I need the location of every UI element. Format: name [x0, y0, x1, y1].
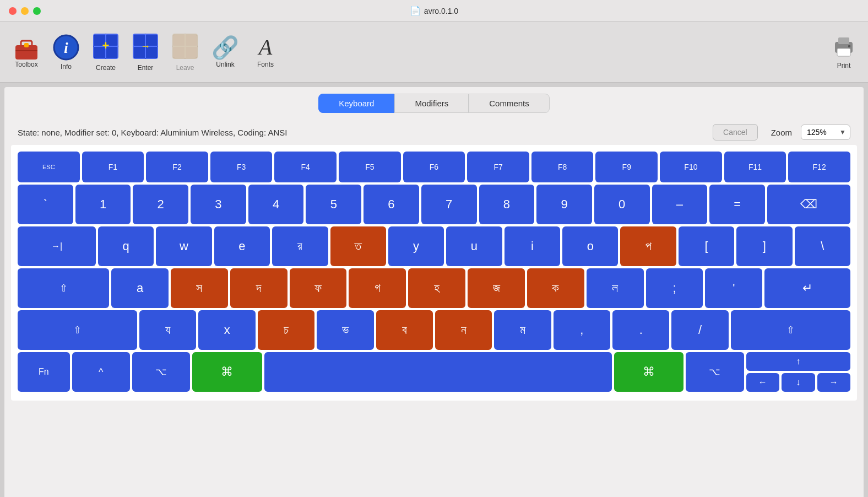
key-1[interactable]: 1: [75, 185, 131, 224]
key-f9[interactable]: F9: [595, 152, 658, 182]
key-arrow-right[interactable]: →: [817, 373, 850, 392]
key-o[interactable]: o: [562, 226, 618, 266]
key-j[interactable]: জ: [468, 268, 525, 308]
key-bracket-right[interactable]: ]: [736, 226, 792, 266]
key-arrow-up[interactable]: ↑: [746, 352, 850, 371]
fn-key-row: ESC F1 F2 F3 F4 F5 F6 F7 F8 F9 F10 F11 F…: [18, 152, 850, 182]
key-r[interactable]: র: [272, 226, 328, 266]
key-f11[interactable]: F11: [724, 152, 786, 182]
key-period[interactable]: .: [612, 310, 669, 350]
key-backtick[interactable]: `: [18, 185, 73, 224]
key-f6[interactable]: F6: [403, 152, 465, 182]
key-arrow-down[interactable]: ↓: [782, 373, 815, 392]
key-s[interactable]: স: [171, 268, 228, 308]
key-f10[interactable]: F10: [660, 152, 722, 182]
key-f3[interactable]: F3: [210, 152, 273, 182]
zoom-select[interactable]: 75% 100% 125% 150% 200%: [801, 125, 850, 140]
tab-modifiers[interactable]: Modifiers: [394, 94, 469, 113]
main-content: Keyboard Modifiers Comments State: none,…: [4, 87, 864, 497]
key-7[interactable]: 7: [421, 185, 477, 224]
key-caps[interactable]: ⇧: [18, 268, 109, 308]
maximize-button[interactable]: [33, 7, 41, 15]
key-f1[interactable]: F1: [82, 152, 144, 182]
key-l[interactable]: ল: [587, 268, 644, 308]
key-f12[interactable]: F12: [788, 152, 850, 182]
key-2[interactable]: 2: [133, 185, 188, 224]
enter-button[interactable]: → Enter: [128, 31, 163, 74]
unlink-button[interactable]: 🔗 Unlink: [207, 34, 243, 71]
key-option-left[interactable]: ⌥: [132, 352, 190, 392]
key-3[interactable]: 3: [191, 185, 246, 224]
key-backslash[interactable]: \: [795, 226, 850, 266]
key-5[interactable]: 5: [306, 185, 361, 224]
info-button[interactable]: i Info: [48, 32, 84, 73]
svg-text:i: i: [64, 39, 68, 56]
key-equals[interactable]: =: [709, 185, 765, 224]
key-g[interactable]: গ: [349, 268, 406, 308]
fonts-button[interactable]: A Fonts: [248, 34, 283, 71]
key-shift-right[interactable]: ⇧: [731, 310, 850, 350]
key-shift-left[interactable]: ⇧: [18, 310, 137, 350]
key-m[interactable]: ম: [494, 310, 551, 350]
key-semicolon[interactable]: ;: [646, 268, 703, 308]
key-h[interactable]: হ: [408, 268, 465, 308]
key-arrow-left[interactable]: ←: [746, 373, 779, 392]
key-f[interactable]: ফ: [290, 268, 347, 308]
key-z[interactable]: য: [139, 310, 196, 350]
key-f5[interactable]: F5: [339, 152, 401, 182]
key-space[interactable]: [264, 352, 612, 392]
key-cmd-right[interactable]: ⌘: [614, 352, 683, 392]
key-backspace[interactable]: ⌫: [767, 185, 850, 224]
key-u[interactable]: u: [446, 226, 502, 266]
key-enter[interactable]: ↵: [764, 268, 850, 308]
tab-comments[interactable]: Comments: [469, 94, 550, 113]
key-ctrl[interactable]: ^: [72, 352, 130, 392]
key-i[interactable]: i: [504, 226, 560, 266]
key-a[interactable]: a: [111, 268, 169, 308]
key-c[interactable]: চ: [258, 310, 314, 350]
key-cmd-left[interactable]: ⌘: [192, 352, 262, 392]
key-option-right[interactable]: ⌥: [686, 352, 744, 392]
key-minus[interactable]: –: [652, 185, 708, 224]
key-9[interactable]: 9: [536, 185, 592, 224]
toolbox-button[interactable]: Toolbox: [9, 34, 44, 71]
tab-keyboard[interactable]: Keyboard: [318, 94, 394, 113]
close-button[interactable]: [9, 7, 17, 15]
key-p[interactable]: প: [620, 226, 676, 266]
key-tab[interactable]: →|: [18, 226, 96, 266]
key-q[interactable]: q: [98, 226, 154, 266]
key-e[interactable]: e: [214, 226, 270, 266]
print-button[interactable]: Print: [833, 35, 855, 69]
key-comma[interactable]: ,: [554, 310, 610, 350]
arrow-lr-row: ← ↓ →: [746, 373, 850, 392]
key-f7[interactable]: F7: [467, 152, 529, 182]
key-bracket-left[interactable]: [: [679, 226, 734, 266]
key-quote[interactable]: ': [705, 268, 762, 308]
create-button[interactable]: + Create: [88, 31, 123, 74]
key-v[interactable]: ভ: [317, 310, 373, 350]
minimize-button[interactable]: [21, 7, 29, 15]
key-n[interactable]: ন: [435, 310, 492, 350]
leave-button[interactable]: Leave: [167, 31, 203, 74]
key-t[interactable]: ত: [330, 226, 386, 266]
key-6[interactable]: 6: [364, 185, 419, 224]
key-x[interactable]: x: [198, 310, 255, 350]
key-y[interactable]: y: [388, 226, 444, 266]
svg-rect-26: [848, 45, 850, 47]
key-fn[interactable]: Fn: [18, 352, 70, 392]
svg-text:+: +: [102, 39, 110, 52]
key-w[interactable]: w: [156, 226, 211, 266]
key-4[interactable]: 4: [248, 185, 304, 224]
key-slash[interactable]: /: [671, 310, 728, 350]
key-8[interactable]: 8: [479, 185, 535, 224]
key-k[interactable]: ক: [527, 268, 584, 308]
key-f8[interactable]: F8: [531, 152, 594, 182]
cancel-button[interactable]: Cancel: [713, 124, 758, 141]
key-f2[interactable]: F2: [146, 152, 208, 182]
key-f4[interactable]: F4: [274, 152, 337, 182]
key-b[interactable]: ব: [376, 310, 433, 350]
key-0[interactable]: 0: [594, 185, 650, 224]
unlink-icon: 🔗: [211, 36, 239, 58]
key-esc[interactable]: ESC: [18, 152, 80, 182]
key-d[interactable]: দ: [230, 268, 287, 308]
